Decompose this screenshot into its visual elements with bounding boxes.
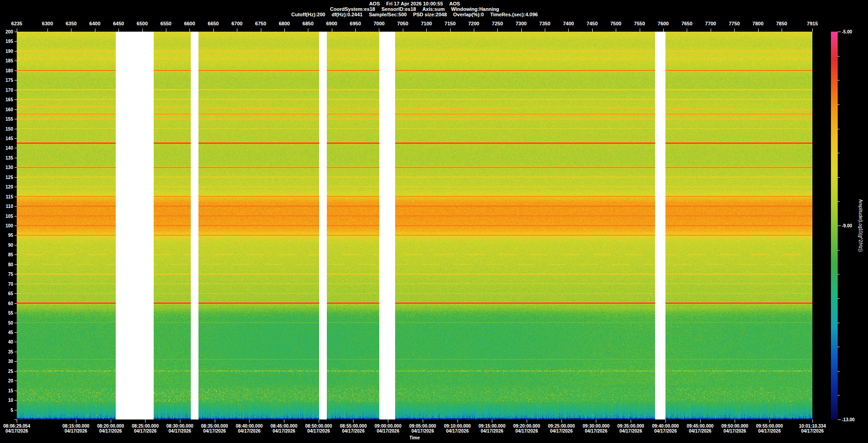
time-tick-time: 08:50:00.000 xyxy=(305,424,332,429)
frequency-tick-label: 45 xyxy=(8,330,13,335)
record-tick xyxy=(592,28,593,32)
time-tick-label: 08:30:00.00004/17/2026 xyxy=(166,424,193,434)
record-tick-label: 7750 xyxy=(729,21,740,26)
time-tick-time: 08:20:00.000 xyxy=(97,424,124,429)
colorbar-min-label: -13.00 xyxy=(842,417,854,422)
record-tick xyxy=(687,28,687,32)
colorbar-tick xyxy=(838,177,840,178)
record-tick xyxy=(261,28,261,32)
frequency-tick-label: 150 xyxy=(5,126,13,131)
frequency-tick-label: 100 xyxy=(5,223,13,228)
colorbar-max-label: -5.00 xyxy=(842,29,852,34)
record-tick xyxy=(568,28,569,32)
time-tick-date: 04/17/2026 xyxy=(548,429,575,434)
frequency-tick-label: 25 xyxy=(8,368,13,373)
time-tick-time: 08:25:00.000 xyxy=(132,424,159,429)
time-tick-label: 09:05:00.00004/17/2026 xyxy=(409,424,436,434)
time-tick-time: 09:30:00.000 xyxy=(583,424,610,429)
time-tick xyxy=(249,419,250,423)
time-tick-label: 09:20:00.00004/17/2026 xyxy=(513,424,540,434)
record-tick xyxy=(213,28,214,32)
time-tick-date: 04/17/2026 xyxy=(444,429,471,434)
record-tick-label: 7100 xyxy=(421,21,432,26)
time-tick-date: 04/17/2026 xyxy=(652,429,679,434)
colorbar-mid-label: -9.00 xyxy=(842,223,852,228)
time-axis-title: Time xyxy=(17,435,812,440)
time-tick-time: 09:35:00.000 xyxy=(617,424,644,429)
record-tick-label: 7200 xyxy=(468,21,479,26)
time-tick xyxy=(735,419,735,423)
time-tick-date: 04/17/2026 xyxy=(687,429,714,434)
windowing-value: Windowing:Hanning xyxy=(451,7,499,12)
frequency-tick-label: 90 xyxy=(8,242,13,247)
record-tick-label: 7600 xyxy=(658,21,669,26)
record-tick-label: 7800 xyxy=(752,21,763,26)
frequency-tick-label: 20 xyxy=(8,378,13,383)
time-tick xyxy=(561,419,562,423)
record-tick-label: 6600 xyxy=(184,21,195,26)
app-name-left: AOS xyxy=(369,1,380,6)
record-tick xyxy=(71,28,71,32)
colorbar-tick xyxy=(838,274,840,274)
psdsize-value: PSD size:2048 xyxy=(413,12,447,17)
time-tick-label: 09:10:00.00004/17/2026 xyxy=(444,424,471,434)
time-tick-time: 08:45:00.000 xyxy=(270,424,297,429)
record-tick xyxy=(379,28,379,32)
record-tick xyxy=(734,28,735,32)
record-tick xyxy=(711,28,711,32)
time-tick xyxy=(17,419,17,423)
record-tick-label: 7400 xyxy=(563,21,574,26)
time-tick-time: 09:40:00.000 xyxy=(652,424,679,429)
record-tick-label: 7915 xyxy=(807,21,818,26)
frequency-tick-label: 75 xyxy=(8,272,13,277)
time-tick-date: 04/17/2026 xyxy=(236,429,263,434)
colorbar-gradient xyxy=(831,32,838,419)
frequency-tick-label: 50 xyxy=(8,320,13,325)
record-tick xyxy=(758,28,759,32)
time-tick xyxy=(145,419,146,423)
frequency-tick-label: 165 xyxy=(5,97,13,102)
time-tick xyxy=(353,419,354,423)
record-tick-label: 7650 xyxy=(681,21,692,26)
frequency-tick-label: 85 xyxy=(8,252,13,257)
colorbar-tick xyxy=(838,201,840,202)
record-tick xyxy=(189,28,190,32)
frequency-tick-label: 185 xyxy=(5,58,13,63)
record-tick-label: 7550 xyxy=(634,21,645,26)
record-number-axis: 6235630063506400645065006550660066506700… xyxy=(17,20,812,32)
time-tick-time: 10:01:10.334 xyxy=(799,424,826,429)
record-tick-label: 7300 xyxy=(515,21,526,26)
time-tick-date: 04/17/2026 xyxy=(617,429,644,434)
time-tick-label: 09:35:00.00004/17/2026 xyxy=(617,424,644,434)
spectrogram-canvas[interactable] xyxy=(17,32,812,419)
frequency-tick-label: 135 xyxy=(5,155,13,160)
record-tick-label: 6750 xyxy=(255,21,266,26)
time-tick-time: 08:06:29.054 xyxy=(3,424,30,429)
record-tick-label: 6550 xyxy=(160,21,171,26)
header-datetime: Fri 17 Apr 2026 10:00:55 xyxy=(386,1,443,6)
frequency-tick-label: 175 xyxy=(5,78,13,83)
record-tick-label: 7050 xyxy=(397,21,408,26)
record-tick xyxy=(332,28,332,32)
record-tick xyxy=(663,28,664,32)
time-tick-date: 04/17/2026 xyxy=(340,429,367,434)
time-tick-time: 09:10:00.000 xyxy=(444,424,471,429)
header-title-line: AOS Fri 17 Apr 2026 10:00:55 AOS xyxy=(17,1,812,6)
time-tick-date: 04/17/2026 xyxy=(305,429,332,434)
record-tick xyxy=(355,28,356,32)
header: AOS Fri 17 Apr 2026 10:00:55 AOS CoordSy… xyxy=(17,1,812,18)
time-tick-time: 09:55:00.000 xyxy=(756,424,783,429)
time-tick-label: 08:06:29.05404/17/2026 xyxy=(3,424,30,434)
frequency-tick-label: 40 xyxy=(8,339,13,344)
record-tick-label: 7150 xyxy=(444,21,455,26)
colorbar-tick xyxy=(838,104,840,105)
time-tick-date: 04/17/2026 xyxy=(166,429,193,434)
time-tick-time: 09:05:00.000 xyxy=(409,424,436,429)
header-params-line1: CoordSystem:es18 SensorID:es18 Axis:sum … xyxy=(17,7,812,12)
time-tick xyxy=(111,419,111,423)
time-tick-label: 08:55:00.00004/17/2026 xyxy=(340,424,367,434)
frequency-tick-label: 115 xyxy=(6,194,13,199)
frequency-tick-label: 30 xyxy=(8,359,13,364)
frequency-tick-label: 15 xyxy=(8,388,13,393)
time-tick xyxy=(180,419,180,423)
